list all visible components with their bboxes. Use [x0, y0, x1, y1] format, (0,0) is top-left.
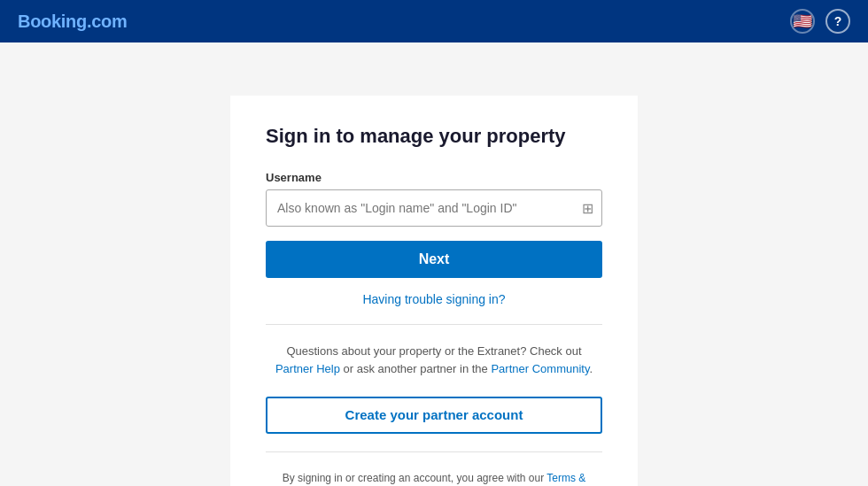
help-icon[interactable]: ?: [825, 9, 850, 34]
create-account-button[interactable]: Create your partner account: [266, 397, 602, 434]
username-input-wrap: ⊞: [266, 189, 602, 227]
username-label: Username: [266, 171, 602, 184]
header: Booking.com 🇺🇸 ?: [0, 0, 868, 42]
logo: Booking.com: [18, 12, 127, 32]
username-input[interactable]: [266, 189, 602, 227]
trouble-signing-in-link[interactable]: Having trouble signing in?: [266, 292, 602, 306]
partner-help-text: Questions about your property or the Ext…: [266, 343, 602, 380]
form-section: Sign in to manage your property Username…: [230, 96, 638, 486]
partner-community-link[interactable]: Partner Community: [491, 362, 589, 375]
page-title: Sign in to manage your property: [266, 124, 602, 150]
divider-1: [266, 324, 602, 325]
language-flag-icon[interactable]: 🇺🇸: [790, 9, 815, 34]
main-content: Sign in to manage your property Username…: [0, 42, 868, 486]
terms-text: By signing in or creating an account, yo…: [266, 470, 602, 486]
header-icons: 🇺🇸 ?: [790, 9, 850, 34]
logo-text: Booking.com: [18, 12, 127, 31]
partner-help-link[interactable]: Partner Help: [275, 362, 340, 375]
login-card: Sign in to manage your property Username…: [230, 96, 638, 486]
next-button[interactable]: Next: [266, 241, 602, 278]
input-adjust-icon: ⊞: [582, 199, 593, 216]
divider-2: [266, 451, 602, 452]
